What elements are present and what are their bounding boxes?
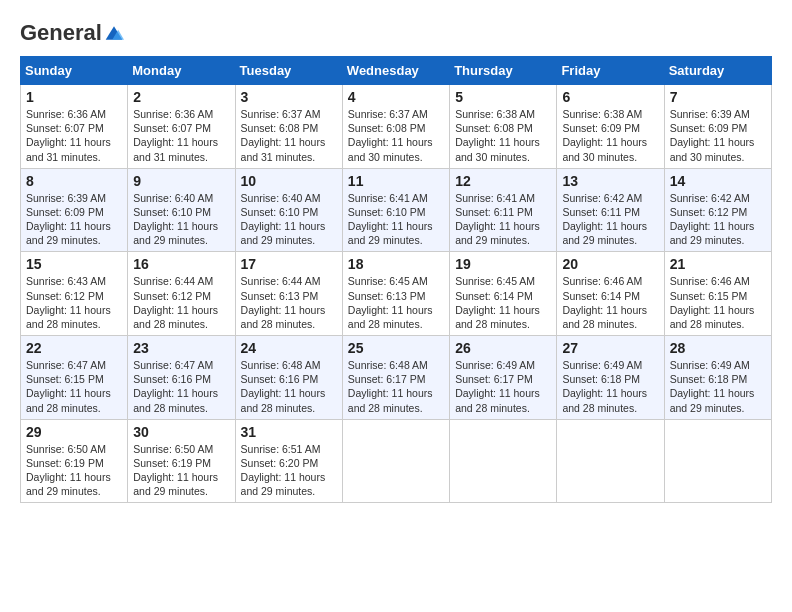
day-number: 20 [562, 256, 658, 272]
header-day-tuesday: Tuesday [235, 57, 342, 85]
day-number: 11 [348, 173, 444, 189]
day-info: Sunrise: 6:36 AMSunset: 6:07 PMDaylight:… [26, 108, 111, 163]
day-number: 21 [670, 256, 766, 272]
logo-general: General [20, 20, 102, 46]
calendar-day-4: 4 Sunrise: 6:37 AMSunset: 6:08 PMDayligh… [342, 85, 449, 169]
header-day-sunday: Sunday [21, 57, 128, 85]
day-info: Sunrise: 6:43 AMSunset: 6:12 PMDaylight:… [26, 275, 111, 330]
calendar-day-11: 11 Sunrise: 6:41 AMSunset: 6:10 PMDaylig… [342, 168, 449, 252]
calendar-day-25: 25 Sunrise: 6:48 AMSunset: 6:17 PMDaylig… [342, 336, 449, 420]
day-number: 26 [455, 340, 551, 356]
day-number: 16 [133, 256, 229, 272]
calendar-day-8: 8 Sunrise: 6:39 AMSunset: 6:09 PMDayligh… [21, 168, 128, 252]
header-day-monday: Monday [128, 57, 235, 85]
calendar-header: SundayMondayTuesdayWednesdayThursdayFrid… [21, 57, 772, 85]
empty-cell [557, 419, 664, 503]
calendar-day-9: 9 Sunrise: 6:40 AMSunset: 6:10 PMDayligh… [128, 168, 235, 252]
day-info: Sunrise: 6:41 AMSunset: 6:11 PMDaylight:… [455, 192, 540, 247]
calendar-week-2: 8 Sunrise: 6:39 AMSunset: 6:09 PMDayligh… [21, 168, 772, 252]
calendar-day-2: 2 Sunrise: 6:36 AMSunset: 6:07 PMDayligh… [128, 85, 235, 169]
calendar-day-22: 22 Sunrise: 6:47 AMSunset: 6:15 PMDaylig… [21, 336, 128, 420]
calendar-day-16: 16 Sunrise: 6:44 AMSunset: 6:12 PMDaylig… [128, 252, 235, 336]
day-number: 3 [241, 89, 337, 105]
day-number: 28 [670, 340, 766, 356]
day-info: Sunrise: 6:45 AMSunset: 6:14 PMDaylight:… [455, 275, 540, 330]
day-number: 10 [241, 173, 337, 189]
calendar-day-26: 26 Sunrise: 6:49 AMSunset: 6:17 PMDaylig… [450, 336, 557, 420]
day-info: Sunrise: 6:49 AMSunset: 6:18 PMDaylight:… [670, 359, 755, 414]
day-number: 29 [26, 424, 122, 440]
day-info: Sunrise: 6:36 AMSunset: 6:07 PMDaylight:… [133, 108, 218, 163]
calendar-day-10: 10 Sunrise: 6:40 AMSunset: 6:10 PMDaylig… [235, 168, 342, 252]
day-info: Sunrise: 6:42 AMSunset: 6:12 PMDaylight:… [670, 192, 755, 247]
day-info: Sunrise: 6:46 AMSunset: 6:15 PMDaylight:… [670, 275, 755, 330]
calendar-day-21: 21 Sunrise: 6:46 AMSunset: 6:15 PMDaylig… [664, 252, 771, 336]
day-info: Sunrise: 6:51 AMSunset: 6:20 PMDaylight:… [241, 443, 326, 498]
day-number: 7 [670, 89, 766, 105]
day-number: 1 [26, 89, 122, 105]
calendar-day-27: 27 Sunrise: 6:49 AMSunset: 6:18 PMDaylig… [557, 336, 664, 420]
day-info: Sunrise: 6:47 AMSunset: 6:15 PMDaylight:… [26, 359, 111, 414]
header-row: SundayMondayTuesdayWednesdayThursdayFrid… [21, 57, 772, 85]
day-info: Sunrise: 6:39 AMSunset: 6:09 PMDaylight:… [670, 108, 755, 163]
day-info: Sunrise: 6:40 AMSunset: 6:10 PMDaylight:… [241, 192, 326, 247]
day-number: 12 [455, 173, 551, 189]
calendar-week-3: 15 Sunrise: 6:43 AMSunset: 6:12 PMDaylig… [21, 252, 772, 336]
day-info: Sunrise: 6:38 AMSunset: 6:08 PMDaylight:… [455, 108, 540, 163]
empty-cell [342, 419, 449, 503]
day-info: Sunrise: 6:50 AMSunset: 6:19 PMDaylight:… [133, 443, 218, 498]
calendar-day-23: 23 Sunrise: 6:47 AMSunset: 6:16 PMDaylig… [128, 336, 235, 420]
day-number: 15 [26, 256, 122, 272]
day-info: Sunrise: 6:47 AMSunset: 6:16 PMDaylight:… [133, 359, 218, 414]
day-info: Sunrise: 6:44 AMSunset: 6:12 PMDaylight:… [133, 275, 218, 330]
calendar-day-7: 7 Sunrise: 6:39 AMSunset: 6:09 PMDayligh… [664, 85, 771, 169]
calendar-week-4: 22 Sunrise: 6:47 AMSunset: 6:15 PMDaylig… [21, 336, 772, 420]
day-number: 30 [133, 424, 229, 440]
calendar-day-17: 17 Sunrise: 6:44 AMSunset: 6:13 PMDaylig… [235, 252, 342, 336]
day-number: 23 [133, 340, 229, 356]
day-number: 18 [348, 256, 444, 272]
calendar-week-5: 29 Sunrise: 6:50 AMSunset: 6:19 PMDaylig… [21, 419, 772, 503]
day-info: Sunrise: 6:37 AMSunset: 6:08 PMDaylight:… [241, 108, 326, 163]
calendar-day-19: 19 Sunrise: 6:45 AMSunset: 6:14 PMDaylig… [450, 252, 557, 336]
calendar-day-28: 28 Sunrise: 6:49 AMSunset: 6:18 PMDaylig… [664, 336, 771, 420]
day-info: Sunrise: 6:38 AMSunset: 6:09 PMDaylight:… [562, 108, 647, 163]
calendar-day-29: 29 Sunrise: 6:50 AMSunset: 6:19 PMDaylig… [21, 419, 128, 503]
calendar-day-15: 15 Sunrise: 6:43 AMSunset: 6:12 PMDaylig… [21, 252, 128, 336]
page-header: General [20, 20, 772, 46]
day-number: 5 [455, 89, 551, 105]
logo-icon [104, 23, 124, 43]
day-number: 9 [133, 173, 229, 189]
day-info: Sunrise: 6:41 AMSunset: 6:10 PMDaylight:… [348, 192, 433, 247]
day-number: 13 [562, 173, 658, 189]
calendar-week-1: 1 Sunrise: 6:36 AMSunset: 6:07 PMDayligh… [21, 85, 772, 169]
day-info: Sunrise: 6:39 AMSunset: 6:09 PMDaylight:… [26, 192, 111, 247]
day-info: Sunrise: 6:37 AMSunset: 6:08 PMDaylight:… [348, 108, 433, 163]
day-number: 2 [133, 89, 229, 105]
day-info: Sunrise: 6:48 AMSunset: 6:17 PMDaylight:… [348, 359, 433, 414]
calendar-body: 1 Sunrise: 6:36 AMSunset: 6:07 PMDayligh… [21, 85, 772, 503]
day-number: 19 [455, 256, 551, 272]
day-number: 8 [26, 173, 122, 189]
logo: General [20, 20, 124, 46]
empty-cell [664, 419, 771, 503]
day-info: Sunrise: 6:45 AMSunset: 6:13 PMDaylight:… [348, 275, 433, 330]
header-day-friday: Friday [557, 57, 664, 85]
calendar-day-24: 24 Sunrise: 6:48 AMSunset: 6:16 PMDaylig… [235, 336, 342, 420]
calendar-day-6: 6 Sunrise: 6:38 AMSunset: 6:09 PMDayligh… [557, 85, 664, 169]
day-number: 14 [670, 173, 766, 189]
day-number: 24 [241, 340, 337, 356]
day-info: Sunrise: 6:46 AMSunset: 6:14 PMDaylight:… [562, 275, 647, 330]
day-info: Sunrise: 6:49 AMSunset: 6:17 PMDaylight:… [455, 359, 540, 414]
day-number: 6 [562, 89, 658, 105]
day-info: Sunrise: 6:49 AMSunset: 6:18 PMDaylight:… [562, 359, 647, 414]
day-info: Sunrise: 6:44 AMSunset: 6:13 PMDaylight:… [241, 275, 326, 330]
calendar-day-18: 18 Sunrise: 6:45 AMSunset: 6:13 PMDaylig… [342, 252, 449, 336]
day-info: Sunrise: 6:40 AMSunset: 6:10 PMDaylight:… [133, 192, 218, 247]
calendar-table: SundayMondayTuesdayWednesdayThursdayFrid… [20, 56, 772, 503]
calendar-day-3: 3 Sunrise: 6:37 AMSunset: 6:08 PMDayligh… [235, 85, 342, 169]
empty-cell [450, 419, 557, 503]
header-day-thursday: Thursday [450, 57, 557, 85]
day-number: 17 [241, 256, 337, 272]
day-number: 22 [26, 340, 122, 356]
